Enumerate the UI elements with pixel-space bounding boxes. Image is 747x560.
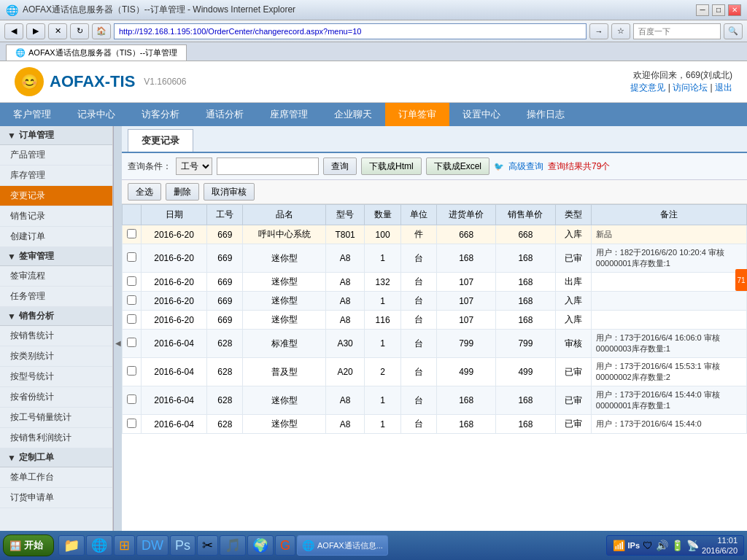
taskbar-media-btn[interactable]: 🎵 <box>220 535 246 556</box>
col-header-date[interactable]: 日期 <box>142 205 207 225</box>
row-checkbox-cell[interactable] <box>123 311 142 330</box>
sidebar-item-category-stat[interactable]: 按类别统计 <box>0 346 112 367</box>
panel-tab-change-record[interactable]: 变更记录 <box>128 129 193 152</box>
tab-favicon-icon: 🌐 <box>15 48 26 58</box>
nav-item-chat[interactable]: 企业聊天 <box>321 103 385 126</box>
row-checkbox[interactable] <box>127 295 136 305</box>
feedback-link[interactable]: 提交意见 <box>630 82 665 93</box>
col-header-unit[interactable]: 单位 <box>400 205 436 225</box>
nav-item-records[interactable]: 记录中心 <box>64 103 128 126</box>
sidebar-item-sales-record[interactable]: 销售记录 <box>0 206 112 227</box>
taskbar-explorer-btn[interactable]: 📁 <box>58 535 85 556</box>
row-checkbox-cell[interactable] <box>123 292 142 311</box>
taskbar-dw-btn[interactable]: DW <box>136 535 169 556</box>
col-header-remark[interactable]: 备注 <box>591 205 746 225</box>
col-header-type[interactable]: 类型 <box>555 205 591 225</box>
taskbar-app2-btn[interactable]: G <box>275 535 295 556</box>
cancel-review-button[interactable]: 取消审核 <box>204 183 255 201</box>
advanced-query-link[interactable]: 高级查询 <box>508 160 543 173</box>
sidebar-item-inventory[interactable]: 库存管理 <box>0 166 112 186</box>
row-checkbox-cell[interactable] <box>123 330 142 358</box>
sidebar-item-task-mgmt[interactable]: 任务管理 <box>0 287 112 307</box>
row-unit: 台 <box>400 311 436 330</box>
sidebar-item-approval-flow[interactable]: 签审流程 <box>0 266 112 287</box>
taskbar-ps-btn[interactable]: Ps <box>170 535 196 556</box>
stop-button[interactable]: ✕ <box>48 23 67 39</box>
sidebar-item-sales-stat[interactable]: 按销售统计 <box>0 326 112 346</box>
sidebar-item-create-order[interactable]: 创建订单 <box>0 227 112 247</box>
taskbar-chrome-btn[interactable]: 🌍 <box>247 535 274 556</box>
sidebar-item-order-request[interactable]: 订货申请单 <box>0 488 112 508</box>
sidebar-item-profit-stat[interactable]: 按销售利润统计 <box>0 428 112 448</box>
sidebar-item-product[interactable]: 产品管理 <box>0 145 112 166</box>
row-checkbox[interactable] <box>127 394 136 404</box>
row-qty: 116 <box>365 311 400 330</box>
col-header-employee[interactable]: 工号 <box>207 205 243 225</box>
row-checkbox-cell[interactable] <box>123 386 142 415</box>
browser-search-input[interactable] <box>633 23 721 39</box>
taskbar-mail-btn[interactable]: ✂ <box>197 535 218 556</box>
nav-item-orders[interactable]: 订单签审 <box>385 103 449 126</box>
col-header-product[interactable]: 品名 <box>243 205 325 225</box>
row-type: 出库 <box>555 273 591 292</box>
sidebar-item-employee-stat[interactable]: 按工号销量统计 <box>0 408 112 428</box>
select-all-button[interactable]: 全选 <box>128 183 161 201</box>
query-button[interactable]: 查询 <box>323 158 357 175</box>
row-checkbox[interactable] <box>127 419 136 428</box>
minimize-button[interactable]: ─ <box>696 4 709 16</box>
sidebar-item-province-stat[interactable]: 按省份统计 <box>0 387 112 408</box>
sidebar-item-model-stat[interactable]: 按型号统计 <box>0 367 112 387</box>
close-button[interactable]: ✕ <box>728 4 741 16</box>
nav-item-visitor[interactable]: 访客分析 <box>128 103 193 126</box>
nav-item-oplog[interactable]: 操作日志 <box>514 103 578 126</box>
back-button[interactable]: ◀ <box>4 23 23 39</box>
maximize-button[interactable]: □ <box>712 4 725 16</box>
taskbar-active-window[interactable]: 🌐 AOFAX通话信息... <box>297 535 388 556</box>
row-checkbox-cell[interactable] <box>123 244 142 273</box>
start-button[interactable]: 🪟 开始 <box>3 534 54 556</box>
nav-item-calls[interactable]: 通话分析 <box>193 103 257 126</box>
home-button[interactable]: 🏠 <box>92 23 111 39</box>
sidebar-item-workbench[interactable]: 签单工作台 <box>0 467 112 488</box>
favorites-button[interactable]: ☆ <box>611 23 630 39</box>
search-field-select[interactable]: 工号 日期 品名 型号 <box>176 158 212 175</box>
row-checkbox[interactable] <box>127 338 136 347</box>
search-button[interactable]: 🔍 <box>724 23 743 39</box>
nav-item-customer[interactable]: 客户管理 <box>0 103 64 126</box>
search-value-input[interactable] <box>217 158 319 175</box>
address-bar[interactable] <box>114 23 587 39</box>
taskbar-ie-btn[interactable]: 🌐 <box>86 535 112 556</box>
nav-item-settings[interactable]: 设置中心 <box>449 103 514 126</box>
delete-button[interactable]: 删除 <box>166 183 199 201</box>
browser-tab[interactable]: 🌐 AOFAX通话信息服务器（TIS）--订单管理 <box>6 44 187 61</box>
col-header-sell-price[interactable]: 销售单价 <box>496 205 555 225</box>
row-checkbox[interactable] <box>127 314 136 324</box>
row-checkbox-cell[interactable] <box>123 358 142 386</box>
go-button[interactable]: → <box>589 23 608 39</box>
row-checkbox-cell[interactable] <box>123 415 142 434</box>
table-container[interactable]: 日期 工号 品名 型号 数量 单位 进货单价 销售单价 类型 备注 <box>122 204 747 550</box>
col-header-buy-price[interactable]: 进货单价 <box>437 205 496 225</box>
nav-item-seat[interactable]: 座席管理 <box>257 103 321 126</box>
row-date: 2016-6-20 <box>142 273 207 292</box>
sidebar-item-change-record[interactable]: 变更记录 <box>0 186 112 206</box>
col-header-qty[interactable]: 数量 <box>365 205 400 225</box>
sidebar-collapse-btn[interactable]: ◀ <box>113 126 122 560</box>
taskbar-app1-btn[interactable]: ⊞ <box>114 535 135 556</box>
row-checkbox-cell[interactable] <box>123 225 142 244</box>
col-header-model[interactable]: 型号 <box>325 205 365 225</box>
download-html-button[interactable]: 下载成Html <box>361 158 422 175</box>
forward-button[interactable]: ▶ <box>26 23 45 39</box>
download-excel-button[interactable]: 下载成Excel <box>426 158 489 175</box>
forum-link[interactable]: 访问论坛 <box>673 82 708 93</box>
row-checkbox[interactable] <box>127 276 136 286</box>
window-title: AOFAX通话信息... <box>317 540 383 551</box>
row-date: 2016-6-04 <box>142 386 207 415</box>
row-checkbox[interactable] <box>127 229 136 238</box>
row-checkbox-cell[interactable] <box>123 273 142 292</box>
row-checkbox[interactable] <box>127 366 136 376</box>
row-date: 2016-6-04 <box>142 330 207 358</box>
refresh-button[interactable]: ↻ <box>70 23 89 39</box>
logout-link[interactable]: 退出 <box>715 82 732 93</box>
row-checkbox[interactable] <box>127 252 136 262</box>
